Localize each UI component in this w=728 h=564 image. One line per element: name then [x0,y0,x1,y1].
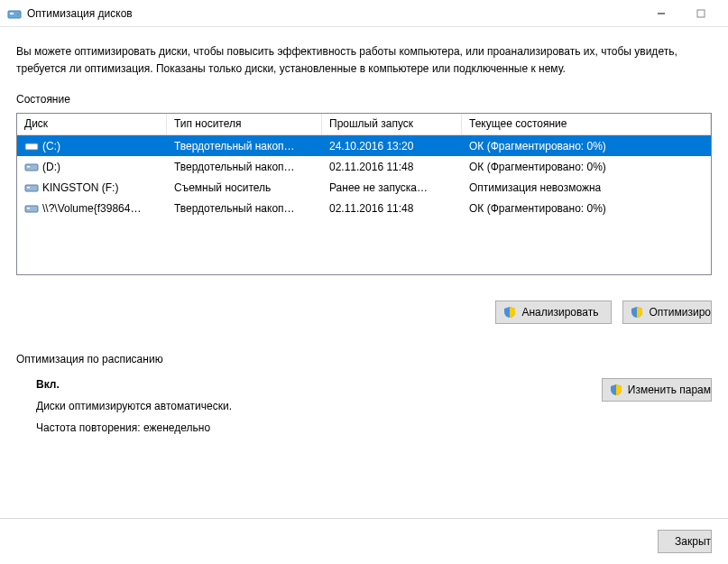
cell-last: 24.10.2016 13:20 [322,137,462,155]
svg-rect-8 [27,166,30,168]
col-header-status[interactable]: Текущее состояние [462,114,711,134]
schedule-caption: Оптимизация по расписанию [16,353,712,365]
bottom-bar: Закрыт [0,518,728,564]
table-row[interactable]: \\?\Volume{f39864…Твердотельный накоп…02… [17,198,711,218]
cell-disk: KINGSTON (F:) [17,179,167,197]
cell-status: ОК (Фрагментировано: 0%) [462,158,711,176]
schedule-text: Вкл. Диски оптимизируются автоматически.… [16,378,232,443]
shield-icon [610,384,622,396]
svg-rect-4 [697,10,705,17]
analyze-button[interactable]: Анализировать [495,300,612,324]
state-caption: Состояние [16,93,712,106]
change-label: Изменить парам [628,384,711,396]
cell-type: Твердотельный накоп… [167,199,322,217]
cell-status: ОК (Фрагментировано: 0%) [462,199,711,217]
drive-icon [24,182,39,193]
shield-icon [503,306,516,319]
drives-listview[interactable]: Диск Тип носителя Прошлый запуск Текущее… [16,113,712,275]
intro-text: Вы можете оптимизировать диски, чтобы по… [16,43,712,77]
close-label: Закрыт [675,535,711,548]
cell-status: ОК (Фрагментировано: 0%) [462,137,711,155]
listview-header: Диск Тип носителя Прошлый запуск Текущее… [17,114,711,135]
col-header-type[interactable]: Тип носителя [167,114,322,134]
cell-type: Твердотельный накоп… [167,158,322,176]
change-settings-button[interactable]: Изменить парам [602,378,712,402]
cell-type: Твердотельный накоп… [167,137,322,155]
schedule-on: Вкл. [36,378,232,391]
cell-disk: (C:) [17,137,167,155]
col-header-disk[interactable]: Диск [17,114,167,134]
svg-rect-10 [27,187,30,189]
shield-icon [631,306,643,319]
minimize-button[interactable] [641,1,681,26]
schedule-auto: Диски оптимизируются автоматически. [36,400,232,412]
svg-rect-1 [10,13,14,14]
cell-type: Съемный носитель [167,179,322,197]
optimize-button[interactable]: Оптимизиро [622,300,712,324]
col-header-last[interactable]: Прошлый запуск [322,114,462,134]
window-title: Оптимизация дисков [27,7,133,20]
schedule-freq: Частота повторения: еженедельно [36,421,232,434]
cell-disk: (D:) [17,158,167,176]
table-row[interactable]: (C:)Твердотельный накоп…24.10.2016 13:20… [17,135,711,156]
window-controls [641,1,721,26]
optimize-label: Оптимизиро [649,306,711,319]
svg-point-2 [17,13,19,14]
cell-last: Ранее не запуска… [322,179,462,197]
cell-status: Оптимизация невозможна [462,179,711,197]
cell-disk: \\?\Volume{f39864… [17,199,167,217]
svg-rect-12 [27,208,30,209]
drive-icon [24,141,39,152]
analyze-label: Анализировать [521,306,598,319]
app-icon [7,6,22,21]
cell-last: 02.11.2016 11:48 [322,158,462,176]
table-row[interactable]: KINGSTON (F:)Съемный носительРанее не за… [17,177,711,198]
drive-icon [24,203,39,214]
table-row[interactable]: (D:)Твердотельный накоп…02.11.2016 11:48… [17,156,711,177]
svg-rect-6 [27,145,30,147]
close-button[interactable]: Закрыт [658,530,712,553]
titlebar: Оптимизация дисков [0,0,728,27]
drive-icon [24,162,39,172]
maximize-button[interactable] [681,1,721,26]
cell-last: 02.11.2016 11:48 [322,199,462,217]
